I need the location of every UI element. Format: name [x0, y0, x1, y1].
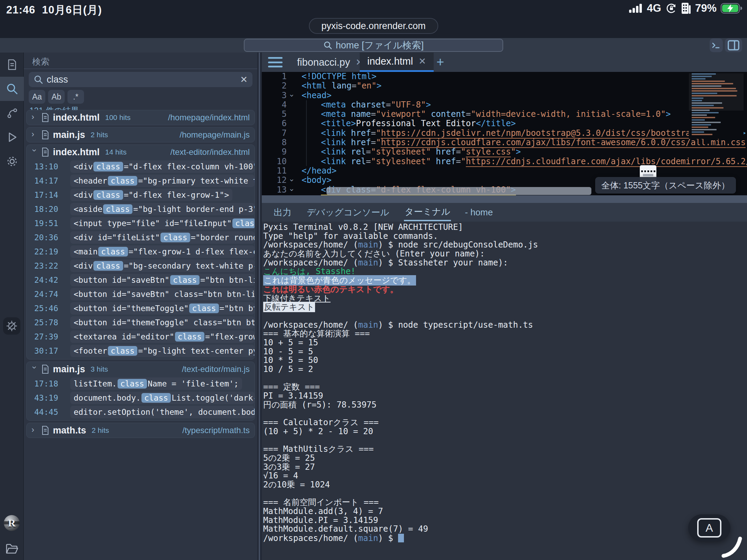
tab-output[interactable]: 出力: [273, 204, 292, 221]
search-input[interactable]: class ✕: [29, 72, 252, 87]
snippet-text: <div: [74, 190, 93, 199]
battery-percent: 79%: [695, 2, 717, 15]
avatar[interactable]: R: [4, 515, 20, 531]
fold-chevron-icon: ›: [287, 93, 296, 98]
search-match-row[interactable]: 20:36<div id="fileList" class="border ro…: [27, 230, 255, 244]
hit-count: 14 hits: [105, 148, 127, 156]
code-line[interactable]: 10<link rel="stylesheet" href="https://c…: [262, 157, 747, 166]
folder-open-icon[interactable]: [6, 543, 19, 554]
line-number: 2: [262, 81, 287, 91]
terminal-toggle-button[interactable]: [710, 38, 723, 52]
search-match-row[interactable]: 24:74<button id="saveBtn" class="btn btn…: [27, 287, 255, 301]
clear-search-icon[interactable]: ✕: [240, 74, 248, 85]
chevron-icon: ›: [31, 112, 38, 122]
regex-toggle[interactable]: .*: [67, 90, 84, 104]
whole-word-toggle[interactable]: Ab: [48, 90, 65, 104]
file-section-header[interactable]: ›index.html14 hits/text-editor/index.htm…: [27, 145, 255, 159]
activity-git-branch-icon[interactable]: [0, 101, 24, 125]
split-view-button[interactable]: [725, 38, 742, 52]
activity-file-icon[interactable]: [0, 53, 24, 77]
code-line[interactable]: 7<link href="https://cdn.jsdelivr.net/np…: [262, 129, 747, 138]
date: 10月6日(月): [42, 4, 102, 16]
search-toggles: Aa Ab .*: [29, 90, 84, 104]
horizontal-scrollbar-thumb[interactable]: [326, 187, 591, 195]
network-label: 4G: [647, 2, 661, 15]
search-match-row[interactable]: 30:17<footer class="bg-light text-center…: [27, 344, 255, 358]
snippet-text: ="bg-light text-center py-2">: [138, 346, 255, 355]
snippet-text: List.toggle('dark-mode');: [172, 393, 255, 402]
tab-fibonacci[interactable]: fibonacci.py ✕: [289, 53, 371, 72]
quick-open-query: home [ファイル検索]: [336, 39, 424, 52]
search-match-row[interactable]: 17:18listItem.className = 'file-item';: [27, 376, 255, 391]
browser-url-bar[interactable]: pyxis-code.onrender.com: [309, 18, 438, 34]
search-match-row[interactable]: 27:39<textarea id="editor" class="flex-g…: [27, 329, 255, 344]
snippet-text: <div: [74, 261, 93, 270]
activity-run-icon[interactable]: [0, 125, 24, 149]
menu-icon[interactable]: [268, 57, 283, 67]
search-match-row[interactable]: 25:46<button id="themeToggle" class="btn…: [27, 301, 255, 315]
avatar-letter: R: [8, 517, 16, 529]
line-number: 10: [262, 157, 287, 166]
match-location: 20:36: [34, 233, 70, 242]
search-match-row[interactable]: 24:42<button id="saveBtn" class="btn btn…: [27, 273, 255, 287]
corner-swipe-indicator: [720, 534, 745, 559]
match-highlight: class: [232, 218, 255, 228]
minimap[interactable]: [689, 73, 744, 139]
new-tab-button[interactable]: +: [436, 55, 444, 69]
search-match-row[interactable]: 13:10<div class="d-flex flex-column vh-1…: [27, 159, 255, 174]
search-match-row[interactable]: 14:17<header class="bg-primary text-whit…: [27, 174, 255, 188]
code-line[interactable]: 9<link rel="stylesheet" href="style.css"…: [262, 147, 747, 157]
tab-terminal[interactable]: ターミナル: [404, 204, 451, 221]
keypad-icon: [681, 2, 691, 14]
editor-terminal-splitter[interactable]: [262, 195, 747, 203]
code-line[interactable]: 8<link href="https://cdnjs.cloudflare.co…: [262, 138, 747, 147]
terminal-line: 2の10乗 = 1024: [263, 480, 747, 489]
file-section-header[interactable]: ›math.ts2 hits/typescript/math.ts: [27, 423, 255, 438]
terminal-line: [263, 374, 747, 383]
code-line[interactable]: 2<html lang="en">: [262, 81, 747, 91]
file-section: ›math.ts2 hits/typescript/math.ts: [26, 423, 255, 438]
terminal-line: 10 + 5 = 15: [263, 338, 747, 347]
snippet-text: <div: [74, 162, 93, 171]
terminal-line: MathModule.default.square(7) = 49: [263, 525, 747, 534]
tools-icon[interactable]: [3, 317, 20, 335]
code-line[interactable]: 11</head>: [262, 166, 747, 176]
close-icon[interactable]: ✕: [418, 56, 426, 67]
terminal-line: [263, 409, 747, 418]
file-section-header[interactable]: ›main.js2 hits/homepage/main.js: [27, 128, 255, 142]
code-line[interactable]: 6<title>Professional Text Editor</title>: [262, 119, 747, 128]
quick-open-input[interactable]: home [ファイル検索]: [244, 39, 503, 52]
search-match-row[interactable]: 43:19document.body.classList.toggle('dar…: [27, 391, 255, 405]
tab-index-html[interactable]: index.html ✕: [360, 53, 434, 72]
code-line[interactable]: 1<!DOCTYPE html>: [262, 72, 747, 81]
code-line[interactable]: 3›<head>: [262, 91, 747, 100]
search-match-row[interactable]: 17:14<div class="d-flex flex-grow-1">: [27, 188, 255, 202]
search-panel: 検索 class ✕ Aa Ab .* 121 件の結果 ›index.html…: [24, 53, 257, 560]
search-match-row[interactable]: 44:45editor.setOption('theme', document.…: [27, 405, 255, 419]
match-case-toggle[interactable]: Aa: [29, 90, 45, 104]
file-section-header[interactable]: ›main.js3 hits/text-editor/main.js: [27, 362, 255, 376]
activity-settings-icon[interactable]: [0, 149, 24, 174]
panel-splitter[interactable]: [257, 53, 262, 560]
search-match-row[interactable]: 22:19<main class="flex-grow-1 d-flex fle…: [27, 244, 255, 259]
orientation-lock-icon: [665, 2, 677, 14]
search-match-row[interactable]: 23:22<div class="bg-secondary text-white…: [27, 259, 255, 273]
match-snippet: <button id="saveBtn" class="btn btn-ligh…: [70, 288, 255, 300]
file-section-header[interactable]: ›index.html100 hits/homepage/index.html: [27, 110, 255, 125]
tab-debug-console[interactable]: デバッグコンソール: [306, 204, 390, 221]
bottom-panel: 出力 デバッグコンソール ターミナル - home Pyxis Terminal…: [262, 203, 747, 560]
terminal-line: 5の2乗 = 25: [263, 454, 747, 463]
match-snippet: <div class="bg-secondary text-white p-2 …: [70, 260, 255, 272]
search-match-row[interactable]: 25:78<button id="themeToggle" class="btn…: [27, 315, 255, 329]
search-match-row[interactable]: 18:20<aside class="bg-light border-end p…: [27, 202, 255, 216]
line-tokens: <body>: [302, 176, 332, 185]
code-line[interactable]: 4<meta charset="UTF-8">: [262, 100, 747, 110]
code-line[interactable]: 5<meta name="viewport" content="width=de…: [262, 110, 747, 119]
keyboard-key-icon: A: [697, 518, 721, 538]
file-section: ›index.html100 hits/homepage/index.html: [26, 110, 255, 125]
match-snippet: <button id="themeToggle" class="btn btn-…: [70, 316, 255, 329]
search-match-row[interactable]: 19:51<input type="file" id="fileInput" c…: [27, 216, 255, 230]
match-location: 19:51: [34, 219, 70, 228]
activity-search-icon[interactable]: [0, 77, 24, 101]
terminal-output[interactable]: Pyxis Terminal v0.8.2 [NEW ARCHITECTURE]…: [263, 223, 747, 560]
